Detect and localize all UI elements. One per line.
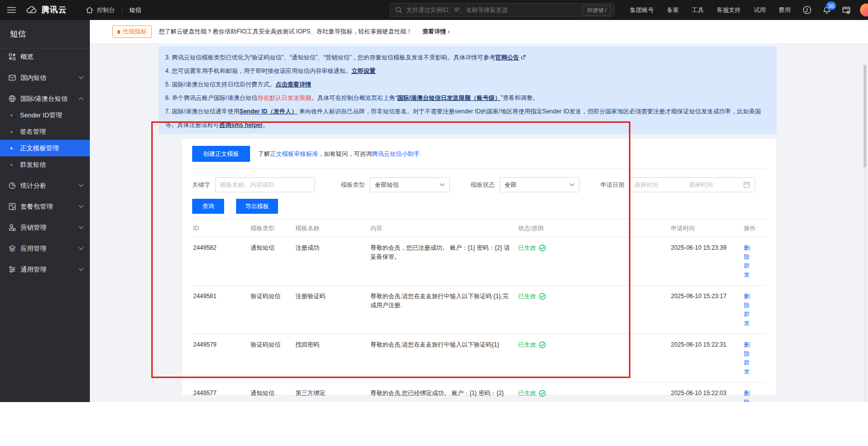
bulk-send-link[interactable]: 群发 — [744, 359, 750, 375]
tip-link[interactable]: 腾讯云短信小助手 — [372, 150, 420, 157]
status-text: 已生效 — [518, 243, 536, 252]
notice-line: 3. 腾讯云短信模板类型已优化为“验证码短信”、“通知短信”、“营销短信”，您的… — [165, 51, 768, 64]
notifications-button[interactable]: 36 — [817, 0, 837, 20]
chevron-down-icon — [78, 184, 84, 187]
cell-name: 找回密码 — [294, 334, 369, 355]
filter-row: 关键字 模板类型 全部短信 模板状态 全部 申请日期 选择时间 选择时间 — [192, 177, 766, 192]
sidebar-item-sender-id-[interactable]: Sender ID管理 — [0, 107, 90, 123]
sidebar-item--[interactable]: 概览 — [0, 48, 90, 65]
flame-icon — [117, 30, 120, 34]
workbench-icon — [842, 6, 851, 14]
template-status-value: 全部 — [505, 181, 570, 189]
content-area: 性能指标 想了解云硬盘性能？教你借助FIO工具安全高效测试 IOPS、吞吐量等指… — [90, 20, 868, 402]
sidebar-item--[interactable]: 套餐包管理 — [0, 198, 90, 215]
top-navbar: 腾讯云 控制台 短信 快捷键 / 集团账号备案工具客服支持试用费用 36 — [0, 0, 868, 20]
avatar[interactable] — [860, 3, 868, 16]
navbar-menu-item[interactable]: 工具 — [685, 0, 710, 20]
cell-status: 已生效 — [517, 383, 670, 404]
chevron-down-icon — [78, 76, 84, 79]
check-circle-icon — [539, 293, 546, 300]
scrollbar-thumb[interactable] — [864, 65, 867, 167]
keyword-field[interactable] — [215, 177, 315, 192]
console-link[interactable]: 控制台 — [79, 0, 122, 20]
global-search-input[interactable] — [406, 6, 582, 13]
promo-banner: 性能指标 想了解云硬盘性能？教你借助FIO工具安全高效测试 IOPS、吞吐量等指… — [90, 20, 868, 44]
notice-text: 。 — [263, 121, 269, 128]
feedback-button[interactable] — [797, 0, 817, 20]
banner-details-link[interactable]: 查看详情› — [422, 27, 450, 36]
template-status-select[interactable]: 全部 — [500, 177, 579, 192]
sidebar-item--[interactable]: 国内短信 — [0, 69, 90, 86]
delete-link[interactable]: 删除 — [744, 293, 750, 309]
banner-text: 想了解云硬盘性能？教你借助FIO工具安全高效测试 IOPS、吞吐量等指标，轻松掌… — [159, 27, 412, 36]
navbar-menu-item[interactable]: 备案 — [660, 0, 685, 20]
sidebar-item--[interactable]: 应用管理 — [0, 240, 90, 257]
cell-content: 尊敬的会员,请您在走走旅行中输入以下验证码:{1},完成用户注册. — [369, 286, 517, 316]
bullet-icon — [10, 131, 12, 133]
chevron-right-icon: › — [448, 28, 450, 35]
bulk-send-link[interactable]: 群发 — [744, 262, 750, 278]
sidebar-item--[interactable]: 通用管理 — [0, 261, 90, 278]
date-range-picker[interactable]: 选择时间 选择时间 — [629, 177, 755, 192]
status-text: 已生效 — [518, 292, 536, 301]
sidebar-item--[interactable]: 营销管理 — [0, 219, 90, 236]
navbar-menu-item[interactable]: 客服支持 — [710, 0, 747, 20]
global-search[interactable]: 快捷键 / — [390, 3, 614, 17]
sidebar-item--[interactable]: 统计分析 — [0, 177, 90, 194]
chevron-down-icon — [570, 183, 575, 186]
delete-link[interactable]: 删除 — [744, 244, 750, 260]
notice-link[interactable]: 咨询sms helper — [219, 121, 263, 128]
navbar-menu-item[interactable]: 费用 — [772, 0, 797, 20]
navbar-menu-item[interactable]: 集团账号 — [623, 0, 660, 20]
delete-link[interactable]: 删除 — [744, 341, 750, 357]
navbar-menu-item[interactable]: 试用 — [747, 0, 772, 20]
cell-name: 注册验证码 — [294, 286, 369, 307]
check-circle-icon — [539, 244, 546, 252]
sidebar-item--[interactable]: 国际/港澳台短信 — [0, 90, 90, 107]
query-button[interactable]: 查询 — [192, 199, 224, 214]
chevron-up-icon — [78, 97, 84, 100]
notice-text: ”查看和调整。 — [501, 94, 539, 101]
cell-id: 2449581 — [192, 286, 250, 307]
notice-link[interactable]: 官网公告 — [495, 54, 519, 61]
bottom-whitespace — [0, 402, 868, 446]
sidebar-item-label: Sender ID管理 — [20, 111, 84, 120]
sidebar-item--[interactable]: 正文模板管理 — [0, 140, 90, 156]
tip-text: ，如有疑问，可咨询 — [318, 150, 372, 157]
sidebar-item-label: 通用管理 — [20, 265, 78, 274]
keyword-input[interactable] — [220, 181, 310, 188]
cell-id: 2449579 — [192, 334, 250, 355]
sidebar-item-label: 正文模板管理 — [20, 144, 84, 153]
notice-text: 4. 您可设置常用手机和邮箱，用于即时接收该应用短信内容审核通知。 — [165, 67, 351, 74]
notice-link[interactable]: 点击查看详情 — [276, 81, 311, 88]
cell-time: 2025-06-10 15:23:17 — [670, 286, 743, 307]
tab-sms[interactable]: 短信 — [122, 0, 148, 20]
notice-link[interactable]: Sender ID（发件人） — [240, 108, 297, 115]
sidebar-item-label: 国际/港澳台短信 — [20, 94, 78, 103]
brand-home[interactable]: 腾讯云 — [23, 0, 74, 20]
column-header: 内容 — [369, 224, 517, 233]
cell-type: 通知短信 — [250, 383, 294, 404]
action-row: 查询 导出模板 — [192, 199, 766, 214]
export-templates-button[interactable]: 导出模板 — [236, 199, 278, 214]
content-scrollbar[interactable] — [864, 64, 867, 422]
external-link-icon — [521, 54, 526, 60]
chevron-down-icon — [440, 183, 445, 186]
status-badge: 已生效 — [518, 389, 665, 398]
calendar-icon — [743, 181, 750, 188]
sidebar-item--[interactable]: 签名管理 — [0, 123, 90, 140]
main-menu-button[interactable] — [0, 0, 23, 20]
hamburger-icon — [7, 6, 16, 13]
notice-link[interactable]: 立即设置 — [351, 67, 375, 74]
tencent-cloud-logo-icon — [26, 5, 38, 14]
cell-time: 2025-06-10 15:22:31 — [670, 334, 743, 355]
tip-link[interactable]: 正文模板审核标准 — [270, 150, 318, 157]
bulk-send-link[interactable]: 群发 — [744, 311, 750, 327]
banner-tag-label: 性能指标 — [123, 27, 147, 36]
cell-actions: 删除群发 — [743, 237, 766, 285]
notice-link[interactable]: 国际/港澳台短信日发送限额（账号级） — [397, 94, 501, 101]
sidebar-item--[interactable]: 群发短信 — [0, 156, 90, 173]
template-type-select[interactable]: 全部短信 — [370, 177, 450, 192]
create-template-button[interactable]: 创建正文模板 — [192, 146, 250, 162]
workbench-button[interactable] — [837, 0, 856, 20]
